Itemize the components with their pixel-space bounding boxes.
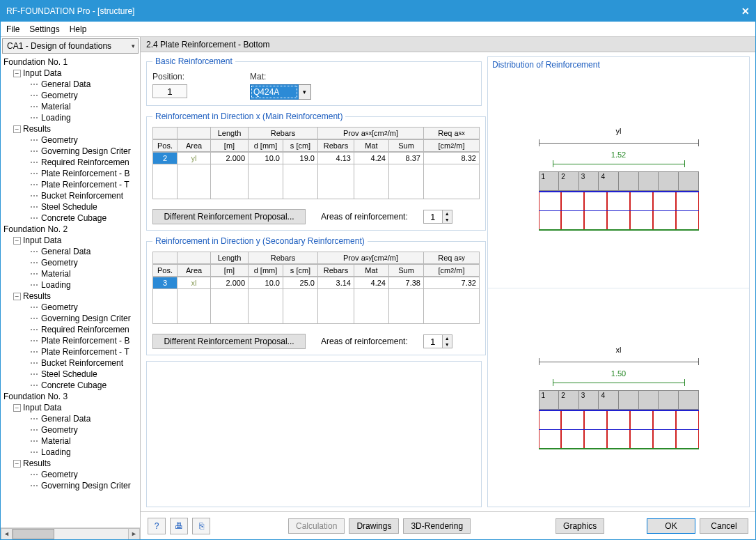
dia-cell-num: 1 [539,390,560,410]
tree-item[interactable]: ⋯Geometry [2,302,140,313]
drawings-button[interactable]: Drawings [349,518,399,534]
graphics-button[interactable]: Graphics [556,518,604,534]
tree-item[interactable]: ⋯Concrete Cubage [2,380,140,391]
tree-item[interactable]: ⋯Material [2,268,140,279]
tree-item[interactable]: ⋯Geometry [2,90,140,101]
ry-grid[interactable]: LengthRebarsProv a sy [cm2/m]Req a syPos… [152,252,480,324]
chevron-down-icon[interactable]: ▼ [443,217,452,223]
tree-item[interactable]: ⋯Governing Design Criter [2,480,140,491]
scroll-thumb[interactable] [13,529,54,539]
grid-cell[interactable]: 10.0 [249,152,283,164]
grid-cell[interactable]: 25.0 [283,277,318,289]
rx-areas-value[interactable] [423,210,443,224]
tree-item[interactable]: ⋯Plate Reinforcement - T [2,179,140,190]
tree-item[interactable]: ⋯Steel Schedule [2,201,140,213]
menu-file[interactable]: File [6,24,19,34]
tree-item[interactable]: ⋯Material [2,101,140,112]
dia-cell-num: 1 [539,171,560,191]
cancel-button[interactable]: Cancel [700,518,748,534]
export-icon[interactable]: ⎘ [192,518,210,534]
grid-cell[interactable]: 19.0 [283,152,318,164]
navigation-tree[interactable]: Foundation No. 1−Input Data⋯General Data… [1,54,140,527]
scroll-right-icon[interactable]: ► [128,528,140,540]
grid-cell[interactable]: 3.14 [318,277,354,289]
tree-item[interactable]: ⋯Loading [2,279,140,291]
tree-item[interactable]: ⋯Bucket Reinforcement [2,357,140,369]
grid-cell[interactable]: 7.38 [389,277,424,289]
dist-bot-diagram: xl 1.50 1234 [488,288,749,507]
close-icon[interactable]: ✕ [741,6,750,17]
tree-item[interactable]: −Input Data [2,68,140,79]
tree-item[interactable]: ⋯Loading [2,112,140,123]
tree-item[interactable]: ⋯Governing Design Criter [2,313,140,324]
tree-item[interactable]: −Input Data [2,402,140,413]
mat-select-value[interactable]: Q424A [250,84,299,100]
tree-item[interactable]: ⋯Geometry [2,134,140,146]
tree-item[interactable]: ⋯Required Reinforcemen [2,157,140,168]
tree-item[interactable]: −Results [2,291,140,302]
case-combo[interactable]: CA1 - Design of foundations ▾ [2,38,139,54]
tree-item[interactable]: Foundation No. 3 [2,391,140,402]
tree-item[interactable]: ⋯General Data [2,79,140,90]
grid-cell[interactable]: 4.24 [354,277,389,289]
tree-item[interactable]: −Results [2,458,140,469]
tree-item[interactable]: −Results [2,123,140,134]
3d-rendering-button[interactable]: 3D-Rendering [403,518,471,534]
grid-cell[interactable]: 2 [152,152,178,164]
position-label: Position: [152,72,187,82]
basic-reinforcement-group: Basic Reinforcement Position: Mat: Q424A [146,56,482,106]
tree-item[interactable]: ⋯Geometry [2,469,140,480]
tree-item[interactable]: −Input Data [2,235,140,246]
chevron-down-icon: ▾ [132,43,135,49]
menu-settings[interactable]: Settings [29,24,59,34]
help-icon[interactable]: ? [148,518,166,534]
case-combo-label: CA1 - Design of foundations [7,41,111,51]
rx-areas-stepper[interactable]: ▲▼ [423,210,452,224]
tree-item[interactable]: Foundation No. 2 [2,224,140,235]
chevron-up-icon[interactable]: ▲ [443,210,452,217]
grid-cell[interactable]: 8.37 [389,152,424,164]
grid-cell[interactable]: 2.000 [211,152,249,164]
tree-item[interactable]: ⋯Geometry [2,424,140,435]
chevron-up-icon[interactable]: ▲ [443,335,452,341]
tree-item[interactable]: ⋯Governing Design Criter [2,146,140,157]
grid-cell[interactable]: 4.13 [318,152,354,164]
grid-cell[interactable]: 3 [152,277,178,289]
scroll-left-icon[interactable]: ◄ [1,528,13,540]
tree-item[interactable]: Foundation No. 1 [2,56,140,68]
basic-legend: Basic Reinforcement [152,56,235,66]
ry-areas-stepper[interactable]: ▲▼ [423,334,452,348]
grid-cell[interactable]: yl [178,152,211,164]
tree-item[interactable]: ⋯Bucket Reinforcement [2,190,140,201]
tree-item[interactable]: ⋯Material [2,435,140,447]
grid-cell[interactable]: xl [178,277,211,289]
tree-item[interactable]: ⋯Concrete Cubage [2,213,140,224]
grid-cell[interactable]: 2.000 [211,277,249,289]
rx-grid[interactable]: LengthRebarsProv a sx [cm2/m]Req a sxPos… [152,127,480,199]
grid-cell[interactable]: 8.32 [424,152,480,164]
tree-item[interactable]: ⋯Plate Reinforcement - B [2,168,140,179]
ry-proposal-button[interactable]: Different Reinforcement Proposal... [152,334,306,349]
ok-button[interactable]: OK [647,518,695,534]
tree-item[interactable]: ⋯Plate Reinforcement - B [2,335,140,346]
tree-item[interactable]: ⋯Plate Reinforcement - T [2,346,140,357]
tree-item[interactable]: ⋯Steel Schedule [2,369,140,380]
mat-select-chevron-icon[interactable]: ▾ [299,84,311,100]
reinforcement-y-group: Reinforcement in Direction y (Secondary … [146,236,486,355]
window-title: RF-FOUNDATION Pro - [structure] [6,6,134,16]
grid-cell[interactable]: 10.0 [249,277,283,289]
tree-item[interactable]: ⋯General Data [2,413,140,424]
rx-proposal-button[interactable]: Different Reinforcement Proposal... [152,209,306,224]
print-icon[interactable]: 🖶 [170,518,188,534]
menu-help[interactable]: Help [70,24,87,34]
tree-item[interactable]: ⋯Geometry [2,257,140,268]
tree-item[interactable]: ⋯General Data [2,246,140,257]
chevron-down-icon[interactable]: ▼ [443,341,452,348]
ry-areas-value[interactable] [423,334,443,348]
tree-item[interactable]: ⋯Loading [2,447,140,458]
tree-item[interactable]: ⋯Required Reinforcemen [2,324,140,335]
calculation-button[interactable]: Calculation [288,518,345,534]
grid-cell[interactable]: 4.24 [354,152,389,164]
grid-cell[interactable]: 7.32 [424,277,480,289]
tree-hscroll[interactable]: ◄ ► [1,527,140,539]
